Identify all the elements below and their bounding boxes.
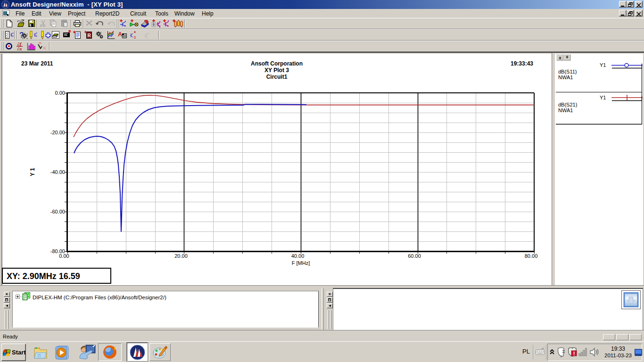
- svg-text:0.00: 0.00: [55, 90, 65, 96]
- svg-text:Y1: Y1: [600, 62, 606, 68]
- svg-text:R: R: [88, 33, 91, 38]
- svg-text:Circuit1: Circuit1: [266, 74, 288, 80]
- svg-text:∂f: ∂f: [17, 41, 22, 47]
- svg-text:F [MHz]: F [MHz]: [292, 260, 310, 266]
- svg-text:20.00: 20.00: [174, 253, 188, 259]
- svg-text:-40.00: -40.00: [50, 169, 65, 175]
- svg-text:60.00: 60.00: [408, 253, 421, 259]
- svg-text:Ansoft Corporation: Ansoft Corporation: [251, 60, 303, 67]
- svg-text:∂x: ∂x: [17, 46, 22, 51]
- svg-text:80.00: 80.00: [525, 253, 538, 259]
- svg-text:XY Plot 3: XY Plot 3: [264, 67, 289, 74]
- svg-text:dB(S11): dB(S11): [558, 69, 577, 74]
- svg-text:-60.00: -60.00: [50, 209, 65, 214]
- svg-text:Y1: Y1: [600, 95, 606, 100]
- svg-text:NWA1: NWA1: [558, 74, 573, 80]
- svg-text:NWA1: NWA1: [558, 107, 573, 113]
- svg-text:19:33:43: 19:33:43: [511, 60, 533, 67]
- svg-text:A: A: [118, 31, 123, 38]
- svg-text:40.00: 40.00: [291, 253, 305, 259]
- svg-text:dB(S21): dB(S21): [558, 102, 577, 107]
- svg-text:Y 1: Y 1: [29, 168, 36, 176]
- svg-text:23 Mar 2011: 23 Mar 2011: [21, 60, 53, 67]
- svg-text:-20.00: -20.00: [50, 130, 65, 135]
- svg-text:0.00: 0.00: [59, 253, 69, 259]
